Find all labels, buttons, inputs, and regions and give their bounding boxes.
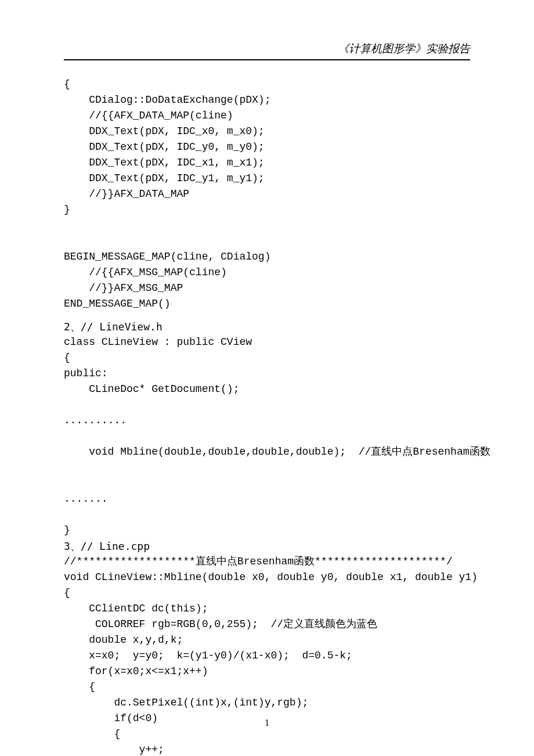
header-title: 《计算机图形学》实验报告 (338, 42, 470, 55)
section-2-title: 2、// LineView.h (64, 319, 470, 334)
page-number: 1 (0, 716, 534, 730)
code-block-2: class CLineView : public CView { public:… (64, 334, 470, 538)
page-header: 《计算机图形学》实验报告 (64, 41, 470, 60)
code-block-1: { CDialog::DoDataExchange(pDX); //{{AFX_… (64, 77, 470, 312)
section-3-title: 3、// Line.cpp (64, 538, 470, 554)
